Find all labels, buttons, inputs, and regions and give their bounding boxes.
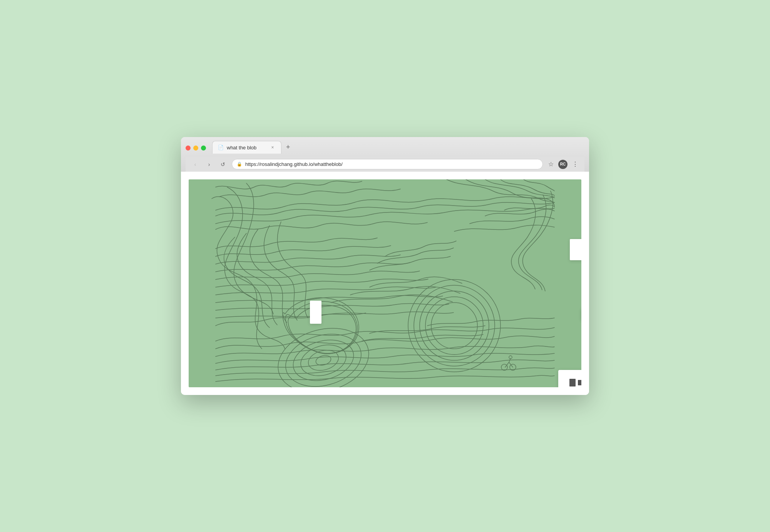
overlay-center <box>310 301 321 324</box>
minimize-button[interactable] <box>193 146 198 151</box>
profile-avatar[interactable]: RC <box>558 160 567 169</box>
active-tab[interactable]: 📄 what the blob × <box>212 141 281 154</box>
overlay-top-right <box>570 239 581 260</box>
tab-bar: 📄 what the blob × + <box>186 141 584 154</box>
maximize-button[interactable] <box>201 146 206 151</box>
address-bar[interactable]: 🔒 https://rosalindjchang.github.io/whatt… <box>232 159 543 169</box>
tab-icon: 📄 <box>218 145 224 150</box>
new-tab-button[interactable]: + <box>283 142 293 153</box>
menu-button[interactable]: ⋮ <box>571 159 580 169</box>
address-bar-row: ‹ › ↺ 🔒 https://rosalindjchang.github.io… <box>186 157 584 172</box>
browser-window: 📄 what the blob × + ‹ › ↺ 🔒 https://rosa… <box>181 137 589 395</box>
webpage-container[interactable]: ☝ <box>189 179 581 387</box>
url-text: https://rosalindjchang.github.io/whatthe… <box>245 161 538 167</box>
tab-close-button[interactable]: × <box>270 144 276 151</box>
panel-icon-doc <box>569 379 576 386</box>
back-button[interactable]: ‹ <box>190 159 200 169</box>
bookmark-button[interactable]: ☆ <box>547 159 555 169</box>
title-bar: 📄 what the blob × + ‹ › ↺ 🔒 https://rosa… <box>181 137 589 172</box>
refresh-button[interactable]: ↺ <box>218 159 228 169</box>
close-button[interactable] <box>186 146 191 151</box>
toolbar-right: ☆ RC ⋮ <box>547 159 580 169</box>
blob-artwork <box>189 179 581 387</box>
forward-button[interactable]: › <box>204 159 214 169</box>
overlay-panel-bottom-right[interactable] <box>558 370 581 387</box>
lock-icon: 🔒 <box>237 162 242 167</box>
panel-icon-minus <box>578 380 581 385</box>
window-controls <box>186 146 212 154</box>
tab-title: what the blob <box>227 145 266 151</box>
browser-content: ☝ <box>181 172 589 395</box>
